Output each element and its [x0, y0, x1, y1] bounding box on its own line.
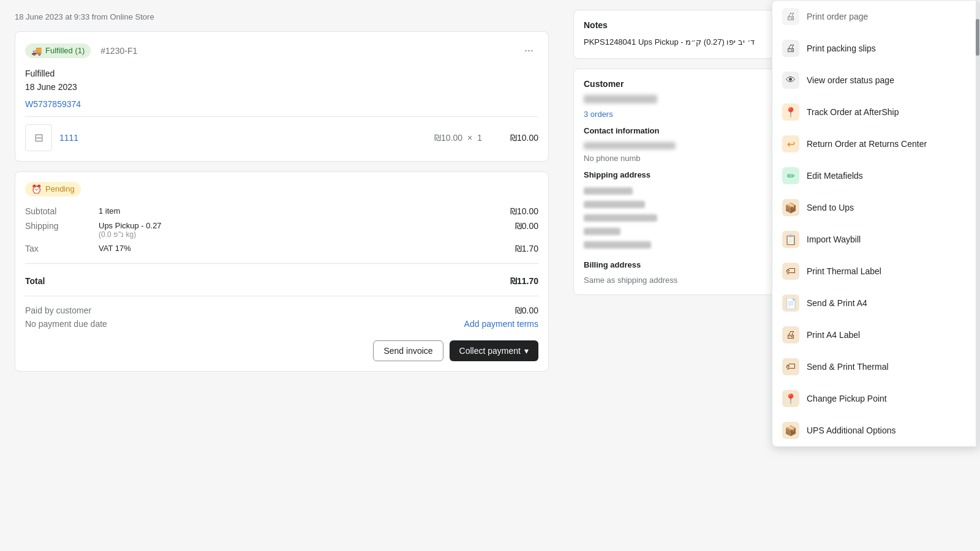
print-a4-label-label: Print A4 Label — [807, 330, 860, 340]
dropdown-item-send-print-a4[interactable]: 📄Send & Print A4 — [772, 287, 979, 319]
print-thermal-label-label: Print Thermal Label — [807, 266, 881, 276]
payment-divider — [25, 296, 538, 296]
dropdown-item-import-waybill[interactable]: 📋Import Waybill — [772, 223, 979, 255]
send-print-a4-icon: 📄 — [782, 294, 799, 312]
dropdown-item-change-pickup-point[interactable]: 📍Change Pickup Point — [772, 383, 979, 414]
shipping-desc: Ups Pickup - 0.27 (נ"פ 0.0 kg) — [99, 221, 515, 239]
image-icon: ⊟ — [34, 131, 43, 144]
view-order-status-icon: 👁 — [782, 72, 799, 89]
subtotal-label: Subtotal — [25, 206, 99, 216]
product-row: ⊟ 1111 ₪10.00 × 1 ₪10.00 — [25, 116, 538, 151]
dropdown-items-container: 🖨Print packing slips👁View order status p… — [772, 32, 979, 446]
fulfilled-badge: 🚚 Fulfilled (1) — [25, 43, 91, 58]
send-ups-icon: 📦 — [782, 199, 799, 216]
dropdown-item-send-print-thermal[interactable]: 🏷Send & Print Thermal — [772, 351, 979, 383]
notes-content: PKPS1248041 Ups Pickup - ד׳ יב יפו (0.27… — [584, 36, 764, 48]
shipping-address-title: Shipping address — [584, 170, 764, 179]
collect-payment-button[interactable]: Collect payment ▾ — [450, 340, 538, 361]
import-waybill-icon: 📋 — [782, 231, 799, 248]
collect-payment-label: Collect payment — [459, 346, 521, 356]
return-center-label: Return Order at Returns Center — [807, 139, 927, 149]
product-qty-separator: × — [467, 133, 472, 143]
pending-badge: ⏰ Pending — [25, 182, 81, 197]
paid-row: Paid by customer ₪0.00 — [25, 304, 538, 317]
dropdown-item-print-a4-label[interactable]: 🖨Print A4 Label — [772, 319, 979, 351]
scrollbar-thumb — [976, 19, 979, 56]
email-blurred — [584, 142, 676, 149]
customer-name-blurred — [584, 95, 657, 103]
actions-dropdown-menu: 🖨 Print order page 🖨Print packing slips👁… — [772, 0, 980, 447]
fulfillment-date: 18 June 2023 — [25, 80, 538, 94]
edit-metafields-icon: ✏ — [782, 167, 799, 184]
add-payment-terms-link[interactable]: Add payment terms — [464, 319, 538, 329]
right-panel: Notes PKPS1248041 Ups Pickup - ד׳ יב יפו… — [564, 0, 784, 551]
dropdown-item-send-ups[interactable]: 📦Send to Ups — [772, 192, 979, 223]
fulfilled-card: 🚚 Fulfilled (1) #1230-F1 ··· Fulfilled 1… — [15, 31, 549, 162]
print-packing-slips-icon: 🖨 — [782, 40, 799, 57]
scrollbar — [976, 1, 979, 446]
customer-orders-link[interactable]: 3 orders — [584, 110, 613, 119]
more-actions-button[interactable]: ··· — [519, 42, 538, 59]
shipping-address-content — [584, 186, 764, 253]
dropdown-item-edit-metafields[interactable]: ✏Edit Metafields — [772, 160, 979, 192]
contact-info-title: Contact information — [584, 126, 764, 135]
track-aftership-icon: 📍 — [782, 103, 799, 121]
send-invoice-button[interactable]: Send invoice — [373, 340, 443, 361]
pending-icon: ⏰ — [31, 184, 42, 194]
send-print-thermal-label: Send & Print Thermal — [807, 362, 889, 372]
print-order-label: Print order page — [807, 12, 868, 21]
import-waybill-label: Import Waybill — [807, 234, 861, 244]
notes-card: Notes PKPS1248041 Ups Pickup - ד׳ יב יפו… — [573, 10, 774, 59]
fulfilled-card-header: 🚚 Fulfilled (1) #1230-F1 ··· — [25, 42, 538, 59]
product-qty: 1 — [477, 133, 482, 143]
dropdown-item-track-aftership[interactable]: 📍Track Order at AfterShip — [772, 96, 979, 128]
product-name[interactable]: 1111 — [59, 133, 427, 143]
product-price: ₪10.00 — [434, 133, 462, 143]
print-packing-slips-label: Print packing slips — [807, 43, 876, 53]
dropdown-item-ups-additional[interactable]: 📦UPS Additional Options — [772, 414, 979, 446]
total-row: Total ₪11.70 — [25, 271, 538, 288]
billing-address-title: Billing address — [584, 260, 764, 269]
subtotal-value: ₪10.00 — [510, 206, 538, 216]
subtotal-items: 1 item — [99, 206, 510, 216]
no-phone-text: No phone numb — [584, 154, 764, 163]
tax-desc: VAT 17% — [99, 244, 515, 253]
dropdown-item-print-packing-slips[interactable]: 🖨Print packing slips — [772, 32, 979, 64]
shipping-row: Shipping Ups Pickup - 0.27 (נ"פ 0.0 kg) … — [25, 219, 538, 241]
product-image: ⊟ — [25, 124, 52, 151]
collect-payment-chevron: ▾ — [524, 346, 529, 356]
payment-card-header: ⏰ Pending — [25, 182, 538, 197]
tax-label: Tax — [25, 244, 99, 253]
tax-value: ₪1.70 — [515, 244, 538, 253]
send-print-a4-label: Send & Print A4 — [807, 298, 867, 308]
pending-badge-label: Pending — [45, 184, 75, 193]
fulfilled-badge-label: Fulfilled (1) — [45, 46, 85, 55]
tracking-link[interactable]: W5737859374 — [25, 99, 81, 109]
order-summary: Subtotal 1 item ₪10.00 Shipping Ups Pick… — [25, 204, 538, 288]
send-ups-label: Send to Ups — [807, 203, 854, 212]
print-a4-label-icon: 🖨 — [782, 326, 799, 343]
card-footer: Send invoice Collect payment ▾ — [25, 333, 538, 361]
dropdown-partial-top[interactable]: 🖨 Print order page — [772, 1, 979, 32]
customer-title: Customer — [584, 79, 764, 89]
ups-additional-label: UPS Additional Options — [807, 425, 896, 435]
edit-metafields-label: Edit Metafields — [807, 171, 863, 181]
truck-icon: 🚚 — [31, 46, 42, 56]
dropdown-item-return-center[interactable]: ↩Return Order at Returns Center — [772, 128, 979, 160]
dropdown-item-view-order-status[interactable]: 👁View order status page — [772, 64, 979, 96]
subtotal-row: Subtotal 1 item ₪10.00 — [25, 204, 538, 219]
ups-additional-icon: 📦 — [782, 422, 799, 439]
shipping-label: Shipping — [25, 221, 99, 239]
billing-same-as-shipping: Same as shipping address — [584, 276, 764, 285]
payment-due-row: No payment due date Add payment terms — [25, 317, 538, 331]
change-pickup-point-label: Change Pickup Point — [807, 394, 887, 403]
total-value: ₪11.70 — [510, 276, 538, 286]
paid-label: Paid by customer — [25, 305, 99, 315]
total-label: Total — [25, 276, 99, 286]
dropdown-item-print-thermal-label[interactable]: 🏷Print Thermal Label — [772, 255, 979, 287]
summary-divider — [25, 263, 538, 264]
tax-row: Tax VAT 17% ₪1.70 — [25, 241, 538, 256]
print-order-icon: 🖨 — [782, 8, 799, 25]
track-aftership-label: Track Order at AfterShip — [807, 107, 899, 117]
notes-title: Notes — [584, 20, 764, 30]
